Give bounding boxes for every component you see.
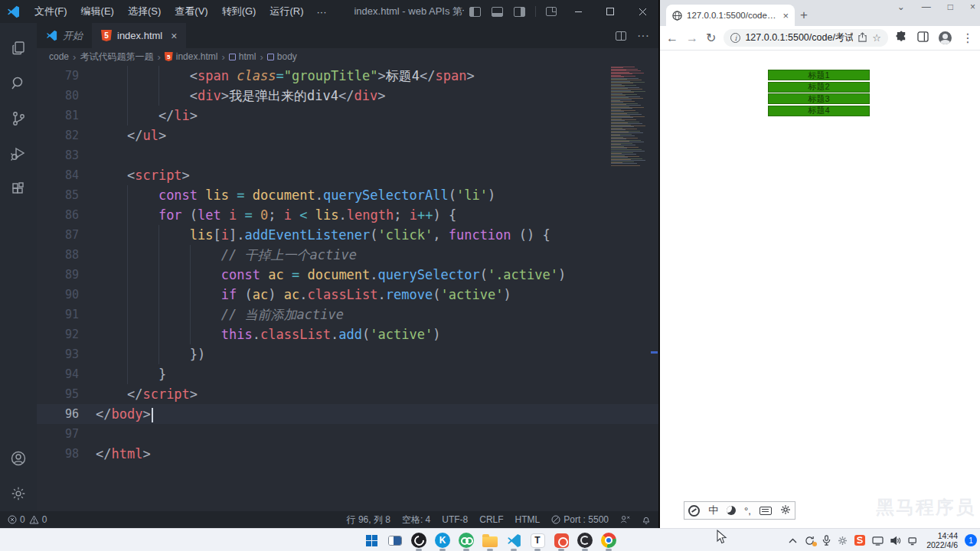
ime-punctuation[interactable]: °,: [744, 505, 751, 517]
kebab-menu-icon[interactable]: ⋮: [962, 31, 974, 45]
vscode-window: 文件(F) 编辑(E) 选择(S) 查看(V) 转到(G) 运行(R) ··· …: [0, 0, 658, 528]
editor-more-actions-icon[interactable]: ···: [637, 29, 649, 43]
ime-mode-chinese[interactable]: 中: [708, 504, 718, 517]
close-button[interactable]: [626, 0, 658, 23]
bell-icon[interactable]: [642, 515, 651, 524]
search-icon[interactable]: [0, 66, 37, 101]
task-view-button[interactable]: [386, 531, 404, 549]
taskbar-app-capture[interactable]: [552, 531, 570, 549]
encoding[interactable]: UTF-8: [442, 514, 468, 525]
minimap[interactable]: [611, 67, 649, 166]
menu-view[interactable]: 查看(V): [168, 3, 214, 20]
taskbar-app-recorder[interactable]: [576, 531, 594, 549]
tab-index-html[interactable]: 5 index.html ×: [92, 23, 186, 48]
tray-clock[interactable]: 14:44 2022/4/6: [926, 531, 958, 549]
tray-settings-gear-icon[interactable]: [838, 536, 848, 546]
breadcrumb-item[interactable]: html: [229, 51, 256, 62]
tray-display-icon[interactable]: [872, 536, 884, 546]
tray-expand-chevron-icon[interactable]: [789, 538, 797, 543]
ime-keyboard-icon[interactable]: [760, 507, 772, 515]
taskbar-app-explorer[interactable]: [481, 531, 499, 549]
taskbar-app-kugou[interactable]: K: [433, 531, 452, 549]
ime-settings-gear-icon[interactable]: [780, 504, 791, 517]
profile-avatar[interactable]: [939, 31, 952, 44]
menu-file[interactable]: 文件(F): [28, 3, 74, 20]
indentation[interactable]: 空格: 4: [402, 514, 430, 527]
chevron-right-icon: ›: [260, 51, 263, 63]
run-debug-icon[interactable]: [0, 136, 37, 171]
menu-run[interactable]: 运行(R): [263, 3, 310, 20]
toggle-secondary-sidebar-icon[interactable]: [514, 7, 525, 17]
tray-sync-icon[interactable]: [804, 536, 815, 546]
browser-tab[interactable]: 127.0.0.1:5500/code/考试代码 ×: [666, 5, 795, 26]
code-editor[interactable]: 79 <span class="groupTitle">标题4</span>80…: [37, 65, 658, 511]
ime-logo-icon[interactable]: [688, 505, 700, 517]
tab-close-icon[interactable]: ×: [171, 30, 177, 42]
url-text[interactable]: 127.0.0.1:5500/code/考试代码题第一题/i...: [745, 31, 853, 44]
forward-icon[interactable]: →: [686, 32, 698, 44]
share-icon[interactable]: [858, 32, 867, 44]
symbol-icon: [229, 54, 236, 60]
language-mode[interactable]: HTML: [515, 514, 541, 525]
source-control-icon[interactable]: [0, 101, 37, 136]
taskbar-app-vscode[interactable]: [505, 531, 523, 549]
notification-badge[interactable]: 1: [965, 534, 977, 546]
list-item[interactable]: 标题2: [768, 82, 870, 93]
recorder-icon: [577, 533, 593, 548]
menu-selection[interactable]: 选择(S): [121, 3, 168, 20]
minimize-button[interactable]: —: [922, 2, 931, 12]
side-panel-icon[interactable]: [917, 31, 929, 45]
settings-gear-icon[interactable]: [0, 476, 37, 511]
close-button[interactable]: ×: [970, 2, 975, 12]
menu-more[interactable]: ···: [310, 6, 332, 18]
errors-indicator[interactable]: 0: [8, 514, 25, 525]
eol-sequence[interactable]: CRLF: [479, 514, 503, 525]
breadcrumb-item[interactable]: body: [267, 51, 297, 62]
breadcrumb-item[interactable]: 5index.html: [165, 51, 218, 62]
split-editor-icon[interactable]: [616, 31, 626, 41]
bookmark-star-icon[interactable]: ☆: [872, 32, 881, 44]
ime-halfwidth-moon-icon[interactable]: [727, 506, 736, 515]
taskbar-app-link[interactable]: [457, 531, 475, 549]
list-item[interactable]: 标题4: [768, 106, 870, 116]
warnings-indicator[interactable]: 0: [29, 514, 47, 525]
maximize-button[interactable]: [594, 0, 626, 23]
site-info-icon[interactable]: i: [730, 33, 740, 43]
taskbar-app-typora[interactable]: T: [528, 531, 547, 549]
account-icon[interactable]: [0, 441, 37, 476]
list-item[interactable]: 标题3: [768, 93, 870, 104]
breadcrumb-item[interactable]: 考试代码题第一题: [80, 51, 153, 64]
tab-get-started[interactable]: 开始: [37, 23, 92, 48]
tray-microphone-icon[interactable]: [822, 535, 831, 546]
address-bar[interactable]: i 127.0.0.1:5500/code/考试代码题第一题/i... ☆: [724, 29, 888, 47]
reload-icon[interactable]: ↻: [706, 32, 716, 44]
tray-speaker-icon[interactable]: [890, 536, 901, 546]
breadcrumb-item[interactable]: code: [49, 51, 69, 62]
back-icon[interactable]: ←: [666, 32, 678, 44]
start-button[interactable]: [362, 531, 381, 549]
chevron-right-icon: ›: [221, 51, 224, 63]
tab-close-icon[interactable]: ×: [782, 10, 789, 21]
tab-label: index.html: [117, 30, 162, 41]
cursor-position[interactable]: 行 96, 列 8: [347, 514, 390, 527]
taskbar-app-chrome[interactable]: [599, 531, 618, 549]
extensions-icon[interactable]: [0, 171, 37, 207]
toggle-sidebar-icon[interactable]: [469, 7, 481, 17]
menu-goto[interactable]: 转到(G): [215, 3, 263, 20]
taskbar-app-obs[interactable]: [410, 531, 428, 549]
maximize-button[interactable]: □: [948, 2, 953, 12]
typora-icon: T: [531, 533, 545, 548]
window-menu-chevron-icon[interactable]: ⌄: [897, 2, 905, 12]
extensions-puzzle-icon[interactable]: [896, 31, 907, 45]
feedback-icon[interactable]: [620, 515, 630, 524]
list-item[interactable]: 标题1: [768, 70, 870, 80]
new-tab-button[interactable]: +: [795, 6, 813, 24]
tray-sogou-icon[interactable]: [854, 535, 865, 546]
live-server-port[interactable]: Port : 5500: [551, 514, 609, 525]
customize-layout-icon[interactable]: [546, 7, 557, 16]
toggle-panel-icon[interactable]: [492, 7, 503, 17]
minimize-button[interactable]: [562, 0, 594, 23]
tray-network-icon[interactable]: [908, 536, 920, 546]
explorer-icon[interactable]: [0, 31, 37, 66]
menu-edit[interactable]: 编辑(E): [74, 3, 121, 20]
